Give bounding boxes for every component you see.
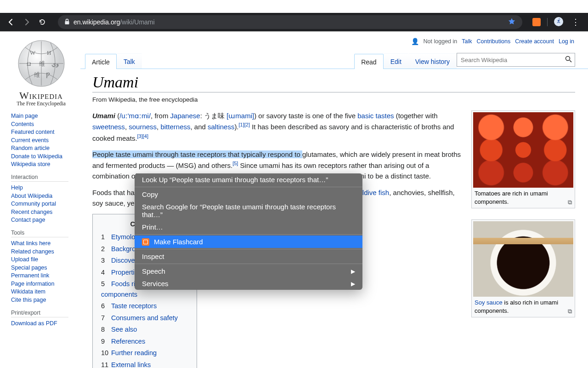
ref-1[interactable]: [1] xyxy=(239,122,244,127)
talk-link[interactable]: Talk xyxy=(462,38,472,45)
ref-5[interactable]: [5] xyxy=(232,161,238,166)
user-icon: 👤 xyxy=(411,38,419,45)
page-title: Umami xyxy=(92,74,575,92)
create-account-link[interactable]: Create account xyxy=(515,38,554,45)
thumb-tomatoes: ⧉ Tomatoes are rich in umami components. xyxy=(471,110,575,208)
search-input[interactable] xyxy=(457,57,562,63)
ctx-inspect[interactable]: Inspect xyxy=(135,250,362,263)
ctx-speech[interactable]: Speech▶ xyxy=(135,265,362,277)
tab-edit[interactable]: Edit xyxy=(384,53,408,69)
sidebar-link[interactable]: Recent changes xyxy=(11,209,52,215)
svg-point-2 xyxy=(558,19,560,21)
sidebar-link[interactable]: Contact page xyxy=(11,217,45,223)
svg-text:И: И xyxy=(47,49,51,56)
sidebar-link[interactable]: Wikipedia store xyxy=(11,161,50,167)
sidebar-link[interactable]: Contents xyxy=(11,121,34,127)
sidebar-link[interactable]: Community portal xyxy=(11,201,56,207)
sidebar-link[interactable]: Random article xyxy=(11,145,50,151)
enlarge-icon[interactable]: ⧉ xyxy=(568,308,572,315)
soy-sauce-image[interactable] xyxy=(473,221,573,297)
reload-button[interactable] xyxy=(36,16,49,29)
thumb-caption: Tomatoes are rich in umami components. xyxy=(473,188,573,207)
login-link[interactable]: Log in xyxy=(559,38,574,45)
sidebar-link[interactable]: Wikidata item xyxy=(11,288,45,295)
tab-talk[interactable]: Talk xyxy=(117,53,142,69)
tab-history[interactable]: View history xyxy=(408,53,457,69)
sourness-link[interactable]: sourness xyxy=(129,123,157,131)
sidebar-link[interactable]: Cite this page xyxy=(11,297,46,303)
ref-4[interactable]: [4] xyxy=(143,133,148,139)
svg-rect-0 xyxy=(65,21,69,24)
enlarge-icon[interactable]: ⧉ xyxy=(568,199,572,206)
ref-2[interactable]: [2] xyxy=(244,122,250,127)
basic-tastes-link[interactable]: basic tastes xyxy=(357,112,394,120)
back-button[interactable] xyxy=(5,16,17,29)
sidebar-link[interactable]: About Wikipedia xyxy=(11,193,52,199)
ctx-services[interactable]: Services▶ xyxy=(135,277,362,290)
tomato-image[interactable] xyxy=(473,112,573,188)
soy-sauce-link[interactable]: Soy sauce xyxy=(475,299,503,306)
ctx-lookup[interactable]: Look Up “People taste umami through tast… xyxy=(135,173,362,186)
tab-article[interactable]: Article xyxy=(85,54,117,69)
infobox: ⧉ Tomatoes are rich in umami components.… xyxy=(471,110,575,368)
wikipedia-logo[interactable]: WИ Ω维وي 维Ƿ Wikipedia The Free Encycloped… xyxy=(6,38,76,106)
url-host: en.wikipedia.org xyxy=(74,18,120,26)
tab-read[interactable]: Read xyxy=(354,54,383,69)
toc-item[interactable]: 6Taste receptors xyxy=(101,301,188,311)
toc-item[interactable]: 11External links xyxy=(101,360,188,368)
search-box xyxy=(457,53,575,67)
kebab-menu-icon[interactable]: ⋮ xyxy=(570,18,582,26)
page-subtitle: From Wikipedia, the free encyclopedia xyxy=(92,96,575,103)
url-path: /wiki/Umami xyxy=(120,18,154,26)
saltiness-link[interactable]: saltiness xyxy=(208,123,234,131)
sidebar-heading: Print/export xyxy=(11,310,68,317)
sidebar-link[interactable]: Special pages xyxy=(11,264,47,271)
romanization-link[interactable]: [ɯmami] xyxy=(226,112,254,120)
ctx-make-flashcard[interactable]: Make Flashcard xyxy=(135,236,362,248)
sidebar-link[interactable]: Page information xyxy=(11,281,55,287)
address-bar[interactable]: en.wikipedia.org/wiki/Umami xyxy=(58,15,522,29)
svg-text:Ƿ: Ƿ xyxy=(46,71,50,78)
logo-tagline: The Free Encyclopedia xyxy=(6,101,76,106)
flashcard-icon xyxy=(142,238,149,246)
bookmark-star-icon[interactable] xyxy=(508,17,516,27)
ctx-search-google[interactable]: Search Google for “People taste umami th… xyxy=(135,201,362,221)
sidebar-link[interactable]: Download as PDF xyxy=(11,320,57,327)
svg-text:Ω: Ω xyxy=(27,60,31,67)
sidebar-link[interactable]: Permanent link xyxy=(11,272,49,279)
sidebar-link[interactable]: Main page xyxy=(11,113,38,119)
sidebar-link[interactable]: Featured content xyxy=(11,129,55,135)
contributions-link[interactable]: Contributions xyxy=(477,38,511,45)
bitterness-link[interactable]: bitterness xyxy=(160,123,190,131)
sweetness-link[interactable]: sweetness xyxy=(92,123,125,131)
personal-tools: 👤 Not logged in Talk Contributions Creat… xyxy=(411,38,574,45)
sidebar-link[interactable]: Help xyxy=(11,184,23,191)
profile-avatar-icon[interactable] xyxy=(554,17,563,28)
japanese-link[interactable]: Japanese xyxy=(170,112,200,120)
search-icon[interactable] xyxy=(562,56,575,64)
sidebar-link[interactable]: Current events xyxy=(11,137,49,144)
ref-3[interactable]: [3] xyxy=(137,133,143,139)
toc-item[interactable]: 8See also xyxy=(101,324,188,334)
sidebar-link[interactable]: What links here xyxy=(11,240,51,247)
extension-flashcard-icon[interactable] xyxy=(532,18,541,26)
chevron-right-icon: ▶ xyxy=(351,281,355,287)
ctx-copy[interactable]: Copy xyxy=(135,188,362,201)
toc-item[interactable]: 9References xyxy=(101,336,188,346)
ipa-link[interactable]: /uː'mɑːmi/ xyxy=(119,112,151,120)
sidebar-link[interactable]: Upload file xyxy=(11,256,38,263)
svg-text:维: 维 xyxy=(34,71,40,78)
ctx-print[interactable]: Print… xyxy=(135,221,362,233)
logo-wordmark: Wikipedia xyxy=(6,90,76,102)
toc-item[interactable]: 7Consumers and safety xyxy=(101,313,188,323)
toc-item[interactable]: 10Further reading xyxy=(101,348,188,358)
svg-text:W: W xyxy=(30,49,36,56)
forward-button[interactable] xyxy=(20,16,33,29)
paragraph-1: Umami (/uː'mɑːmi/, from Japanese: うま味 [ɯ… xyxy=(92,110,462,144)
sidebar-link[interactable]: Related changes xyxy=(11,248,54,255)
selected-text: People taste umami through taste recepto… xyxy=(92,150,302,158)
browser-toolbar: en.wikipedia.org/wiki/Umami ⋮ xyxy=(0,13,588,31)
sidebar-link[interactable]: Donate to Wikipedia xyxy=(11,153,62,160)
page-tabs: Article Talk Read Edit View history xyxy=(80,50,588,69)
context-menu: Look Up “People taste umami through tast… xyxy=(135,173,362,290)
